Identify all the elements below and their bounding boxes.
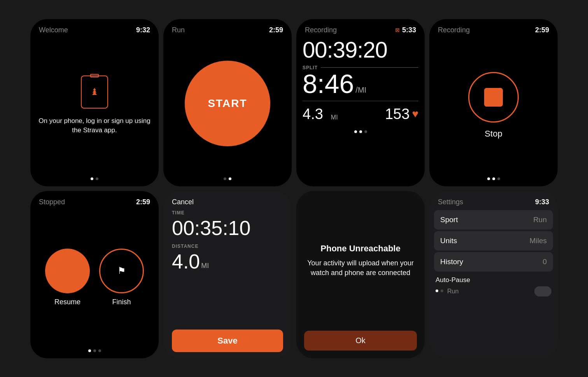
run-content: START xyxy=(163,38,292,173)
sport-label: Sport xyxy=(440,216,458,224)
heart-rate-value: 153 xyxy=(385,106,410,123)
unreachable-title: Phone Unreachable xyxy=(320,244,400,254)
distance-value: 4.3 xyxy=(303,106,323,123)
stop-button[interactable] xyxy=(468,72,519,123)
welcome-content: On your phone, log in or sign up using t… xyxy=(30,38,159,173)
run-title: Run xyxy=(172,26,185,34)
settings-header: Settings 9:33 xyxy=(429,191,558,210)
settings-row-units[interactable]: Units Miles xyxy=(434,231,553,251)
recording-stats-time: 5:33 xyxy=(402,26,416,34)
elapsed-time: 00:39:20 xyxy=(296,37,425,63)
screen-recording-stats: Recording ⊠ 5:33 00:39:20 SPLIT 8:46 /MI… xyxy=(296,19,425,186)
dot-1 xyxy=(88,349,91,352)
dot-2 xyxy=(96,177,98,180)
recording-stop-content: Stop xyxy=(429,38,558,173)
recording-badge: ⊠ 5:33 xyxy=(395,26,416,34)
dot-1 xyxy=(354,130,357,133)
resume-circle xyxy=(45,249,90,293)
welcome-dots xyxy=(30,173,159,186)
dot-2 xyxy=(441,289,443,292)
settings-row-sport[interactable]: Sport Run xyxy=(434,210,553,230)
auto-pause-dots xyxy=(436,286,443,296)
finish-circle: ⚑ xyxy=(99,249,144,293)
unreachable-content: Phone Unreachable Your activity will upl… xyxy=(296,191,425,331)
action-buttons: Resume ⚑ Finish xyxy=(45,249,144,306)
save-button[interactable]: Save xyxy=(172,330,283,352)
time-field-label: TIME xyxy=(172,210,283,216)
welcome-header: Welcome 9:32 xyxy=(30,19,159,38)
screen-recording-stop: Recording 2:59 Stop xyxy=(429,19,558,186)
save-content: TIME 00:35:10 DISTANCE 4.0 MI xyxy=(163,210,292,326)
cancel-button[interactable]: Cancel xyxy=(172,198,194,206)
history-label: History xyxy=(440,258,463,266)
distance-field-label: DISTANCE xyxy=(172,244,283,249)
recording-stop-time: 2:59 xyxy=(535,26,549,34)
save-distance-unit: MI xyxy=(201,262,209,270)
ok-btn-container: Ok xyxy=(296,331,425,358)
dot-2 xyxy=(359,130,362,133)
screen-settings: Settings 9:33 Sport Run Units Miles Hist… xyxy=(429,191,558,358)
finish-action[interactable]: ⚑ Finish xyxy=(99,249,144,306)
units-value: Miles xyxy=(530,237,547,245)
stopped-time: 2:59 xyxy=(136,198,150,206)
welcome-title: Welcome xyxy=(39,26,68,34)
dot-1 xyxy=(224,177,226,180)
settings-row-history[interactable]: History 0 xyxy=(434,252,553,272)
app-grid: Welcome 9:32 On your phone, log in or si… xyxy=(23,11,565,366)
dot-3 xyxy=(364,130,367,133)
recording-stats-header: Recording ⊠ 5:33 xyxy=(296,19,425,37)
resume-action[interactable]: Resume xyxy=(45,249,90,306)
dot-2 xyxy=(93,349,96,352)
stopped-dots xyxy=(30,345,159,358)
divider xyxy=(303,101,418,101)
recording-stats-title: Recording xyxy=(305,26,337,34)
dot-3 xyxy=(497,177,500,180)
auto-pause-label: Auto-Pause xyxy=(434,276,553,286)
save-header: Cancel xyxy=(163,191,292,210)
heart-stat: 153 ♥ xyxy=(385,106,418,123)
save-distance-value: 4.0 xyxy=(172,250,200,273)
dot-1 xyxy=(436,289,438,292)
stopped-content: Resume ⚑ Finish xyxy=(30,210,159,345)
auto-pause-toggle[interactable] xyxy=(534,286,551,296)
split-unit: /MI xyxy=(355,86,366,94)
welcome-body: On your phone, log in or sign up using t… xyxy=(38,116,151,135)
screen-unreachable: Phone Unreachable Your activity will upl… xyxy=(296,191,425,358)
dot-1 xyxy=(91,177,93,180)
recording-stop-dots xyxy=(429,173,558,186)
settings-time: 9:33 xyxy=(535,198,549,206)
screen-run: Run 2:59 START xyxy=(163,19,292,186)
stopped-header: Stopped 2:59 xyxy=(30,191,159,210)
dot-1 xyxy=(487,177,490,180)
run-header: Run 2:59 xyxy=(163,19,292,38)
screen-save: Cancel TIME 00:35:10 DISTANCE 4.0 MI Sav… xyxy=(163,191,292,358)
split-section: SPLIT 8:46 /MI xyxy=(296,63,425,99)
start-label: START xyxy=(208,97,247,110)
recording-stop-header: Recording 2:59 xyxy=(429,19,558,38)
toggle-row: Run xyxy=(434,286,553,296)
resume-label: Resume xyxy=(54,298,80,306)
stopped-title: Stopped xyxy=(39,198,65,206)
start-button[interactable]: START xyxy=(185,61,270,146)
recording-stop-title: Recording xyxy=(438,26,470,34)
screen-welcome: Welcome 9:32 On your phone, log in or si… xyxy=(30,19,159,186)
save-elapsed-time: 00:35:10 xyxy=(172,216,283,240)
ok-button[interactable]: Ok xyxy=(304,331,417,351)
split-value: 8:46 /MI xyxy=(303,70,418,97)
stats-row: 4.3 MI 153 ♥ xyxy=(296,103,425,126)
stop-square-icon xyxy=(484,88,503,107)
dot-3 xyxy=(98,349,101,352)
battery-icon: ⊠ xyxy=(395,27,400,33)
save-distance: 4.0 MI xyxy=(172,250,283,273)
screen-stopped: Stopped 2:59 Resume ⚑ Finish xyxy=(30,191,159,358)
stop-label: Stop xyxy=(485,129,502,139)
auto-pause-section: Auto-Pause Run xyxy=(429,272,558,296)
dot-2 xyxy=(229,177,231,180)
units-label: Units xyxy=(440,237,457,245)
dot-2 xyxy=(492,177,495,180)
history-value: 0 xyxy=(542,258,547,266)
settings-list: Sport Run Units Miles History 0 xyxy=(429,210,558,272)
settings-title: Settings xyxy=(438,198,463,206)
welcome-time: 9:32 xyxy=(136,26,150,34)
run-time: 2:59 xyxy=(269,26,283,34)
